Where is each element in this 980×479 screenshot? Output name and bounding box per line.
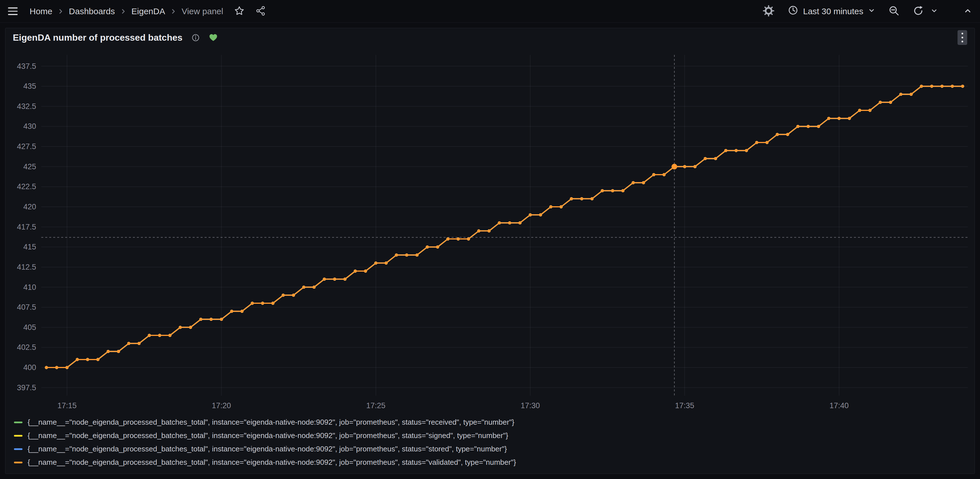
svg-text:17:35: 17:35 (675, 401, 694, 410)
breadcrumb-home[interactable]: Home (30, 6, 52, 16)
kebab-icon (961, 33, 963, 35)
svg-text:400: 400 (23, 363, 36, 372)
panel-eigenda-processed-batches: EigenDA number of processed batches 397.… (5, 28, 975, 474)
top-nav: Home Dashboards EigenDA View panel (0, 0, 980, 23)
refresh-controls (913, 5, 938, 17)
svg-text:422.5: 422.5 (17, 182, 36, 191)
chevron-right-icon (120, 8, 126, 14)
chart-legend: {__name__="node_eigenda_processed_batche… (5, 414, 975, 469)
share-dashboard-button[interactable] (256, 6, 266, 17)
collapse-controls-button[interactable] (964, 6, 972, 16)
svg-text:415: 415 (23, 243, 36, 251)
svg-text:432.5: 432.5 (17, 102, 36, 111)
series-color-swatch (14, 435, 22, 437)
svg-text:17:15: 17:15 (57, 401, 77, 410)
legend-item-received[interactable]: {__name__="node_eigenda_processed_batche… (14, 416, 975, 429)
time-range-picker[interactable]: Last 30 minutes (788, 5, 875, 17)
gear-icon (763, 5, 775, 17)
legend-item-signed[interactable]: {__name__="node_eigenda_processed_batche… (14, 429, 975, 442)
dashboard-settings-button[interactable] (763, 5, 775, 17)
legend-item-validated[interactable]: {__name__="node_eigenda_processed_batche… (14, 456, 975, 469)
svg-text:405: 405 (23, 323, 36, 331)
breadcrumb-current: View panel (181, 6, 223, 16)
share-icon (256, 6, 266, 17)
refresh-interval-dropdown[interactable] (931, 7, 938, 15)
chevron-up-icon (964, 6, 972, 16)
svg-text:407.5: 407.5 (17, 303, 36, 311)
refresh-button[interactable] (913, 5, 924, 17)
zoom-out-time-button[interactable] (888, 5, 900, 17)
chevron-down-icon (868, 6, 875, 16)
svg-text:420: 420 (23, 203, 36, 211)
time-series-chart[interactable]: 397.5400402.5405407.5410412.5415417.5420… (5, 47, 974, 414)
panel-info-icon[interactable] (191, 33, 200, 42)
svg-text:397.5: 397.5 (17, 384, 36, 392)
svg-text:17:30: 17:30 (521, 401, 540, 410)
series-color-swatch (14, 422, 22, 423)
breadcrumb: Home Dashboards EigenDA View panel (30, 6, 223, 16)
series-color-swatch (14, 448, 22, 450)
zoom-out-icon (888, 5, 900, 17)
panel-health-heart-icon (209, 33, 218, 41)
svg-text:437.5: 437.5 (17, 62, 36, 71)
refresh-icon (913, 5, 924, 17)
panel-menu-button[interactable] (958, 30, 967, 45)
svg-text:410: 410 (23, 283, 36, 292)
svg-text:17:20: 17:20 (212, 401, 231, 410)
svg-text:417.5: 417.5 (17, 223, 36, 231)
menu-toggle-button[interactable] (8, 7, 18, 15)
series-color-swatch (14, 462, 22, 463)
svg-text:430: 430 (23, 122, 36, 130)
svg-text:17:25: 17:25 (366, 401, 385, 410)
legend-item-stored[interactable]: {__name__="node_eigenda_processed_batche… (14, 442, 975, 456)
chevron-right-icon (170, 8, 177, 14)
time-range-label: Last 30 minutes (803, 6, 863, 16)
star-icon (234, 5, 245, 17)
star-dashboard-button[interactable] (234, 5, 245, 17)
nav-actions: Last 30 minutes (763, 5, 972, 17)
clock-icon (788, 5, 799, 17)
hamburger-icon (8, 7, 18, 15)
chevron-down-icon (931, 7, 938, 15)
svg-text:412.5: 412.5 (17, 263, 36, 271)
chevron-right-icon (57, 8, 64, 14)
svg-text:17:40: 17:40 (829, 401, 849, 410)
svg-text:402.5: 402.5 (17, 343, 36, 352)
breadcrumb-dashboards[interactable]: Dashboards (69, 6, 115, 16)
panel-header: EigenDA number of processed batches (5, 28, 975, 47)
svg-text:435: 435 (23, 82, 36, 90)
svg-text:425: 425 (23, 162, 36, 171)
svg-text:427.5: 427.5 (17, 142, 36, 151)
panel-title[interactable]: EigenDA number of processed batches (13, 32, 182, 43)
breadcrumb-dashboard-eigenda[interactable]: EigenDA (132, 6, 165, 16)
